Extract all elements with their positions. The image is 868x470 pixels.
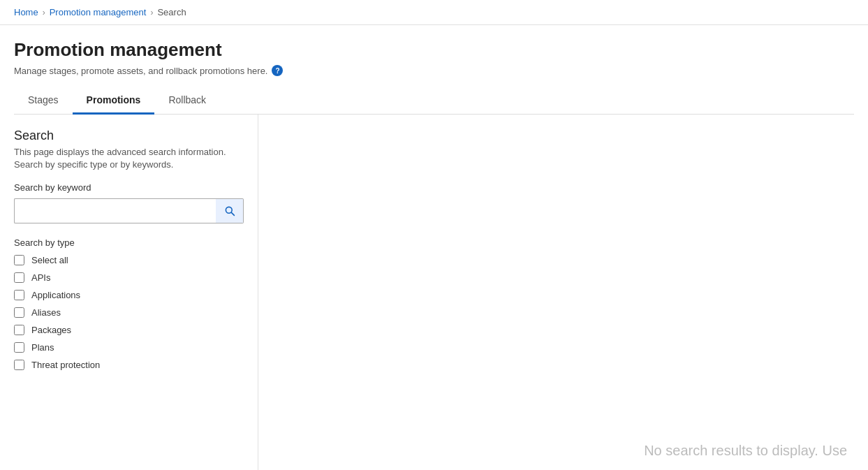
checkbox-threat-protection-input[interactable] (14, 360, 24, 370)
checkbox-select-all-label: Select all (31, 255, 68, 265)
main-content: Search This page displays the advanced s… (0, 115, 868, 470)
breadcrumb: Home › Promotion management › Search (0, 0, 868, 25)
checkbox-apis[interactable]: APIs (14, 272, 244, 283)
tab-rollback[interactable]: Rollback (154, 87, 220, 115)
checkbox-apis-label: APIs (31, 272, 50, 283)
checkbox-select-all-input[interactable] (14, 255, 24, 265)
search-section-desc: This page displays the advanced search i… (14, 146, 244, 171)
checkbox-threat-protection-label: Threat protection (31, 360, 100, 370)
tab-stages[interactable]: Stages (28, 87, 73, 115)
tab-promotions[interactable]: Promotions (73, 87, 155, 115)
search-section-title: Search (14, 128, 244, 143)
checkbox-aliases[interactable]: Aliases (14, 307, 244, 318)
subtitle-help-icon[interactable]: ? (272, 65, 283, 76)
keyword-input[interactable] (14, 198, 216, 223)
breadcrumb-promotion-management[interactable]: Promotion management (50, 7, 147, 17)
checkbox-packages-label: Packages (31, 325, 71, 335)
checkbox-plans[interactable]: Plans (14, 342, 244, 353)
search-icon (224, 205, 235, 216)
page-subtitle: Manage stages, promote assets, and rollb… (14, 65, 854, 76)
checkbox-applications-label: Applications (31, 290, 80, 300)
checkbox-aliases-label: Aliases (31, 307, 61, 318)
checkbox-plans-label: Plans (31, 342, 54, 353)
checkbox-plans-input[interactable] (14, 342, 24, 353)
checkbox-aliases-input[interactable] (14, 307, 24, 318)
breadcrumb-current: Search (157, 7, 186, 17)
breadcrumb-home[interactable]: Home (14, 7, 38, 17)
tabs-nav: Stages Promotions Rollback (14, 87, 854, 115)
checkbox-list: Select all APIs Applications Aliases Pac… (14, 255, 244, 370)
breadcrumb-sep-1: › (43, 8, 45, 17)
keyword-input-row (14, 198, 244, 223)
keyword-label: Search by keyword (14, 182, 244, 193)
right-panel: No search results to display. Use (258, 115, 868, 470)
checkbox-apis-input[interactable] (14, 272, 24, 283)
svg-line-1 (231, 213, 234, 216)
checkbox-packages-input[interactable] (14, 325, 24, 335)
breadcrumb-sep-2: › (150, 8, 153, 17)
checkbox-select-all[interactable]: Select all (14, 255, 244, 265)
checkbox-applications[interactable]: Applications (14, 290, 244, 300)
no-results-text: No search results to display. Use (644, 443, 847, 459)
search-button[interactable] (216, 198, 244, 223)
page-title: Promotion management (14, 39, 854, 61)
subtitle-text: Manage stages, promote assets, and rollb… (14, 66, 267, 76)
type-label: Search by type (14, 237, 244, 248)
checkbox-packages[interactable]: Packages (14, 325, 244, 335)
checkbox-applications-input[interactable] (14, 290, 24, 300)
page-header: Promotion management Manage stages, prom… (0, 25, 868, 115)
left-panel: Search This page displays the advanced s… (0, 115, 258, 470)
checkbox-threat-protection[interactable]: Threat protection (14, 360, 244, 370)
